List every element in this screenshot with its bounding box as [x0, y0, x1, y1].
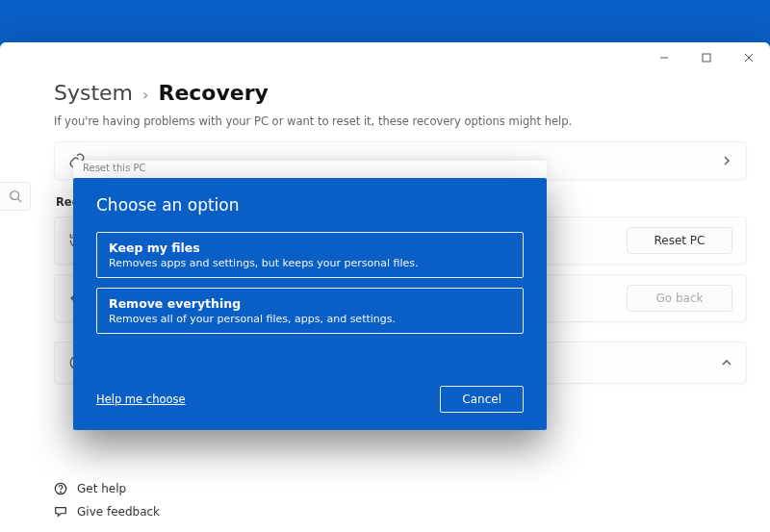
modal-title: Choose an option — [96, 195, 524, 215]
modal-footer: Help me choose Cancel — [96, 386, 524, 413]
option-desc: Removes all of your personal files, apps… — [109, 313, 511, 325]
page-title: Recovery — [158, 81, 268, 105]
help-icon — [54, 482, 67, 495]
link-text: Give feedback — [77, 505, 160, 519]
link-text: Get help — [77, 482, 126, 495]
breadcrumb: System › Recovery — [54, 81, 747, 105]
search-input[interactable] — [0, 182, 31, 211]
help-me-choose-link[interactable]: Help me choose — [96, 393, 186, 406]
minimize-button[interactable] — [643, 42, 685, 73]
svg-rect-1 — [703, 54, 710, 62]
give-feedback-link[interactable]: Give feedback — [54, 505, 160, 519]
breadcrumb-parent[interactable]: System — [54, 81, 133, 105]
chevron-right-icon — [721, 155, 732, 166]
close-button[interactable] — [728, 42, 770, 73]
footer-links: Get help Give feedback — [54, 482, 160, 519]
go-back-button[interactable]: Go back — [627, 285, 732, 312]
svg-line-5 — [17, 199, 21, 203]
cancel-button[interactable]: Cancel — [440, 386, 524, 413]
option-desc: Removes apps and settings, but keeps you… — [109, 257, 511, 269]
get-help-link[interactable]: Get help — [54, 482, 160, 495]
reset-pc-modal: Choose an option Keep my files Removes a… — [73, 178, 547, 430]
reset-pc-button[interactable]: Reset PC — [627, 227, 732, 254]
breadcrumb-separator: › — [142, 86, 148, 104]
maximize-button[interactable] — [685, 42, 728, 73]
option-title: Keep my files — [109, 241, 511, 255]
svg-point-9 — [61, 492, 62, 493]
feedback-icon — [54, 505, 67, 519]
chevron-up-icon — [721, 357, 732, 368]
option-title: Remove everything — [109, 296, 511, 311]
modal-titlebar: Reset this PC — [73, 161, 547, 178]
svg-point-4 — [10, 191, 18, 200]
window-chrome — [643, 42, 770, 73]
page-subtitle: If you're having problems with your PC o… — [54, 114, 747, 128]
option-keep-my-files[interactable]: Keep my files Removes apps and settings,… — [96, 232, 524, 278]
option-remove-everything[interactable]: Remove everything Removes all of your pe… — [96, 288, 524, 334]
